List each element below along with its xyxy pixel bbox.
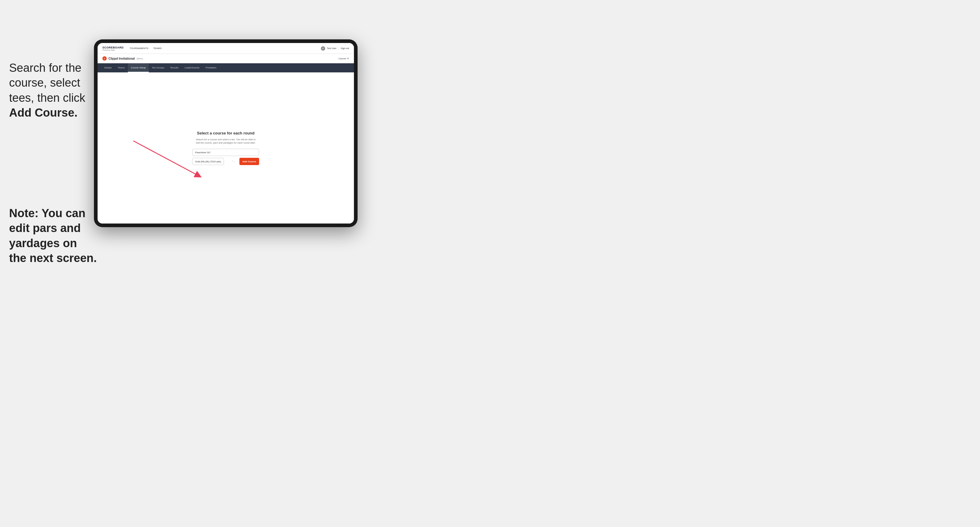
tablet-screen: SCOREBOARD Powered by clippd TOURNAMENTS… (97, 43, 354, 224)
tab-leaderboards[interactable]: Leaderboards (181, 63, 202, 72)
tournament-title-area: C Clippd Invitational (Men) (102, 56, 143, 60)
tournament-subtitle: (Men) (137, 57, 143, 60)
add-course-button[interactable]: Add Course (239, 158, 259, 165)
tee-select-row: Gold (M) (M) (7010 yds) Add Course (192, 158, 259, 165)
top-nav: SCOREBOARD Powered by clippd TOURNAMENTS… (97, 43, 354, 54)
tee-select[interactable]: Gold (M) (M) (7010 yds) (192, 158, 224, 165)
nav-right: U Test User | Sign out (321, 46, 349, 51)
tee-select-wrapper: Gold (M) (M) (7010 yds) (192, 158, 237, 165)
tab-results[interactable]: Results (167, 63, 181, 72)
course-select-description: Search for a course and select a tee. Yo… (196, 138, 256, 144)
logo-sub: Powered by clippd (102, 49, 124, 51)
tab-teams[interactable]: Teams (115, 63, 128, 72)
user-avatar: U (321, 46, 325, 51)
tab-course-setup[interactable]: Course Setup (128, 63, 149, 72)
main-content: Select a course for each round Search fo… (97, 72, 354, 224)
tablet-frame: SCOREBOARD Powered by clippd TOURNAMENTS… (94, 40, 358, 227)
nav-links: TOURNAMENTS TEAMS (130, 47, 321, 50)
logo-area: SCOREBOARD Powered by clippd (102, 46, 124, 51)
annotation-note: Note: You can edit pars and yardages on … (9, 206, 97, 266)
nav-teams[interactable]: TEAMS (153, 47, 162, 50)
course-search-input[interactable] (192, 149, 259, 156)
nav-tournaments[interactable]: TOURNAMENTS (130, 47, 148, 50)
user-name: Test User (327, 47, 337, 50)
cancel-button[interactable]: Cancel ✕ (339, 57, 349, 60)
nav-divider: | (339, 47, 339, 50)
logo-text: SCOREBOARD (102, 46, 124, 49)
tournament-header: C Clippd Invitational (Men) Cancel ✕ (97, 54, 354, 63)
sign-out-link[interactable]: Sign out (340, 47, 349, 50)
tab-tee-groups[interactable]: Tee Groups (149, 63, 167, 72)
tab-printables[interactable]: Printables (202, 63, 220, 72)
tab-details[interactable]: Details (101, 63, 115, 72)
tournament-name: Clippd Invitational (108, 57, 135, 60)
tab-bar: Details Teams Course Setup Tee Groups Re… (97, 63, 354, 72)
annotation-text: Search for the course, select tees, then… (9, 60, 97, 121)
course-select-title: Select a course for each round (197, 131, 255, 135)
tournament-icon: C (102, 56, 107, 60)
